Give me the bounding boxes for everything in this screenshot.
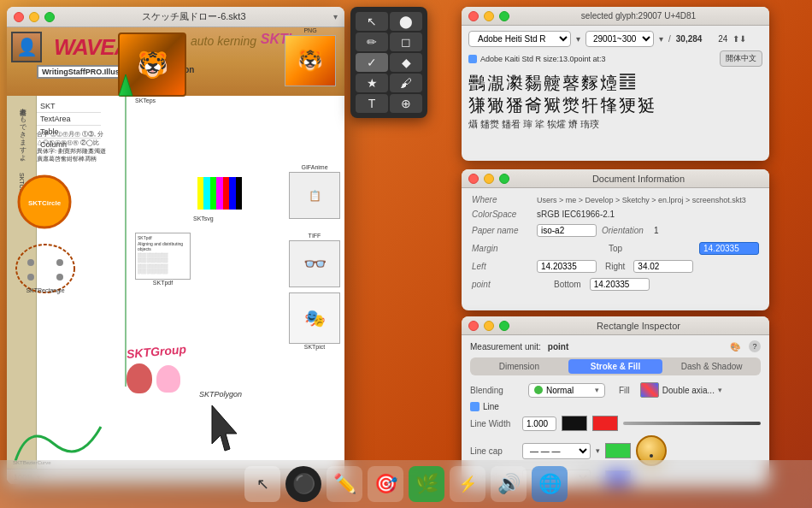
svg-point-5 — [27, 274, 34, 281]
size-steppers[interactable]: ⬆⬇ — [733, 34, 746, 44]
tool-star[interactable]: ★ — [356, 74, 388, 92]
glyph-range-select[interactable]: 29001~300... — [585, 31, 654, 47]
rect-unit-row: Measurement unit: point 🎨 ? — [470, 340, 761, 352]
tool-brush[interactable]: 🖌 — [390, 74, 422, 92]
skt-label-textarea: TextArea — [37, 113, 101, 126]
tool-arrow[interactable]: ↖ — [356, 12, 388, 31]
color-swatch-red[interactable] — [592, 416, 618, 431]
rect-maximize[interactable] — [499, 321, 509, 331]
main-canvas[interactable]: 👤 WAVEAWAY auto kerning WritingStaffPRO.… — [7, 27, 344, 484]
tool-shape[interactable]: ◆ — [390, 53, 422, 72]
doc-colorspace-value: sRGB IEC61966-2.1 — [537, 210, 615, 219]
glyph-size: 24 — [707, 34, 727, 44]
color-swatch-green[interactable] — [605, 443, 631, 458]
doc-right-input[interactable] — [633, 260, 693, 273]
kaiti-label: Adobe Kaiti Std R size:13.0point at:3 — [480, 55, 606, 63]
fill-label: Fill — [619, 386, 630, 395]
line-width-slider[interactable] — [623, 422, 761, 425]
svg-text:SKTRectangle: SKTRectangle — [26, 287, 64, 294]
minimize-button[interactable] — [29, 12, 39, 22]
dropdown-icon[interactable]: ▾ — [333, 12, 338, 21]
doc-orientation-label: Orientation — [602, 226, 649, 235]
skt-circle-shape: SKTCircle — [15, 173, 74, 231]
kaiti-row: Adobe Kaiti Std R size:13.0point at:3 開体… — [468, 50, 762, 67]
color-swatch-black[interactable] — [562, 416, 587, 431]
sktpdf-label: SKTpdf — [135, 280, 191, 286]
linecap-dropdown: ▾ — [596, 446, 600, 455]
doc-where-label: Where — [472, 195, 532, 204]
doc-close[interactable] — [468, 174, 479, 184]
blend-dropdown: ▾ — [595, 386, 599, 394]
blend-select[interactable]: Normal ▾ — [528, 383, 605, 398]
tool-circle[interactable]: ⬤ — [390, 12, 422, 31]
rect-close[interactable] — [468, 321, 479, 331]
dock-item-circle[interactable]: ⚫ — [285, 466, 321, 502]
sktpdf-area: SKTpdfAligning and distributing objects … — [135, 233, 191, 288]
rect-traffic-lights — [468, 321, 509, 331]
blending-label: Blending — [470, 386, 521, 395]
rect-unit-value: point — [548, 342, 568, 351]
kaiti-checkbox[interactable] — [468, 55, 477, 63]
doc-point-label: point — [472, 280, 532, 289]
dock-item-sound[interactable]: 🔊 — [491, 466, 527, 502]
sktgroup-shapes — [127, 363, 195, 393]
knob-dot — [650, 454, 653, 458]
dock-item-arrow[interactable]: ↖ — [244, 466, 280, 502]
doc-top-input[interactable] — [699, 242, 759, 255]
glyph-maximize[interactable] — [499, 11, 509, 21]
color-bars — [191, 177, 242, 210]
fill-value: Double axia... — [662, 386, 715, 395]
tool-check[interactable]: ✓ — [356, 53, 388, 72]
doc-bottom-input[interactable] — [590, 278, 650, 291]
glyph-window-title: selected glyph:29007 U+4D81 — [515, 11, 762, 21]
tab-dimension[interactable]: Dimension — [472, 359, 567, 374]
color-picker-icon[interactable]: 🎨 — [730, 342, 740, 351]
main-window-title: スケッチ風ドロー-6.skt3 — [62, 10, 327, 23]
doc-margin-label: Margin — [472, 244, 532, 253]
svg-marker-9 — [212, 405, 237, 451]
sktgroup-label: SKTGroup — [126, 342, 186, 361]
dock-item-globe[interactable]: 🌐 — [532, 466, 568, 502]
fill-select[interactable]: Double axia... ▾ — [640, 382, 722, 398]
glyph-chars-row1: 䴑㵾㶋䵘䶑䶀䴿㸀䷔ — [468, 72, 762, 94]
linecap-label: Line cap — [470, 446, 517, 456]
line-width-input[interactable] — [522, 416, 556, 431]
glyph-chars-row2: 㺌㺖㺕㸗㺇㸉㸩㸼㹴㹶 — [468, 94, 762, 116]
dock-item-leaf[interactable]: 🌿 — [409, 466, 444, 502]
line-label: Line — [483, 402, 499, 411]
glyph-total: 30,284 — [676, 34, 703, 44]
png-label: PNG — [285, 27, 336, 33]
doc-info-window: Document Information Where Users > me > … — [462, 169, 769, 310]
doc-minimize[interactable] — [484, 174, 494, 184]
rect-window-title: Rectangle Inspector — [515, 321, 762, 331]
dock-item-pencil[interactable]: ✏️ — [327, 466, 362, 502]
tab-dash-shadow[interactable]: Dash & Shadow — [664, 359, 759, 374]
linecap-select[interactable]: — — — — [522, 443, 591, 459]
tool-zoom[interactable]: ⊕ — [390, 94, 422, 113]
glyph-minimize[interactable] — [484, 11, 494, 21]
blend-dot — [534, 386, 543, 394]
avatar: 👤 — [11, 32, 42, 62]
blending-row: Blending Normal ▾ Fill Double axia... ▾ — [470, 382, 761, 398]
svg-point-4 — [56, 259, 63, 266]
dock-item-flash[interactable]: ⚡ — [450, 466, 485, 502]
skt-label-skt: SKT — [37, 100, 101, 113]
lang-button[interactable]: 開体中文 — [720, 50, 762, 67]
maximize-button[interactable] — [44, 12, 55, 22]
tab-stroke-fill[interactable]: Stroke & Fill — [568, 359, 663, 374]
doc-maximize[interactable] — [499, 174, 509, 184]
tool-eraser[interactable]: ◻ — [390, 32, 422, 51]
font-select[interactable]: Adobe Heiti Std R — [468, 31, 571, 47]
doc-left-input[interactable] — [537, 260, 597, 273]
rect-minimize[interactable] — [484, 321, 494, 331]
dock-item-target[interactable]: 🎯 — [368, 466, 403, 502]
tool-text[interactable]: T — [356, 94, 388, 113]
close-button[interactable] — [14, 12, 24, 22]
line-checkbox[interactable] — [470, 402, 480, 411]
doc-paper-input[interactable] — [537, 224, 597, 237]
help-icon[interactable]: ? — [749, 340, 761, 352]
doc-window-title: Document Information — [515, 174, 762, 184]
glyph-close[interactable] — [468, 11, 479, 21]
tool-pencil[interactable]: ✏ — [356, 32, 388, 51]
line-width-label: Line Width — [470, 419, 517, 428]
